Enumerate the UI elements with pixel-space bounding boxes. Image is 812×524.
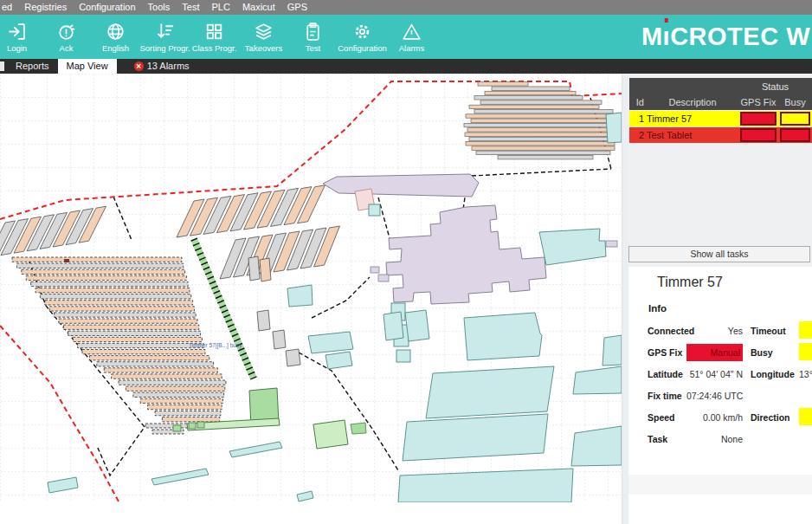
test-button[interactable]: Test [288, 21, 338, 53]
column-header-gps-fix[interactable]: GPS Fix [738, 95, 778, 110]
login-icon [6, 21, 28, 42]
longitude-value: 13° [798, 369, 812, 379]
logo-i-dot [665, 18, 669, 23]
busy-status-cell [780, 128, 810, 142]
row-id: 1 [629, 111, 647, 126]
column-header-busy[interactable]: Busy [778, 95, 812, 110]
menu-item-configuration[interactable]: Configuration [79, 0, 135, 15]
configuration-label: Configuration [338, 43, 387, 53]
sorting-programs-label: Sorting Progr. [139, 43, 190, 53]
timeout-status-box [799, 321, 812, 339]
language-button[interactable]: English [91, 21, 140, 53]
yard-map[interactable]: Timmer 57|[B...] busy [0, 74, 622, 502]
test-label: Test [306, 43, 320, 53]
field-row-latitude: Latitude 51° 04' 04" N Longitude 13° [628, 364, 812, 384]
row-description: Timmer 57 [647, 111, 738, 126]
grid-icon [203, 21, 225, 42]
table-row[interactable]: 1 Timmer 57 [629, 111, 812, 126]
field-row-connected: Connected Yes Timeout [628, 320, 812, 340]
field-row-task: Task None [628, 429, 812, 449]
task-value: None [686, 434, 743, 444]
takeovers-button[interactable]: Takeovers [239, 21, 288, 53]
map-view: Timmer 57|[B...] busy [0, 74, 622, 502]
ack-label: Ack [60, 43, 74, 53]
configuration-button[interactable]: Configuration [338, 21, 387, 53]
direction-status-box [799, 408, 812, 425]
field-row-gps-fix: GPS Fix Manual Busy [628, 342, 812, 362]
menu-item-ed[interactable]: ed [2, 0, 12, 15]
tab-alarms[interactable]: ✕ 13 Alarms [126, 59, 198, 74]
latitude-value: 51° 04' 04" N [686, 369, 743, 379]
table-group-header: Status [629, 78, 812, 95]
login-label: Login [7, 43, 27, 53]
ack-button[interactable]: Ack [42, 21, 91, 53]
gear-icon [351, 21, 373, 42]
menu-bar: ed Registries Configuration Tools Test P… [0, 0, 812, 15]
alarms-label: Alarms [399, 43, 425, 53]
globe-icon [105, 21, 126, 42]
info-section-label: Info [648, 303, 667, 314]
tab-reports[interactable]: Reports [7, 59, 58, 74]
column-header-description[interactable]: Description [647, 95, 738, 110]
tab-bar: Reports Map View ✕ 13 Alarms [0, 59, 812, 74]
device-table: Status Id Description GPS Fix Busy 1 Tim… [629, 78, 812, 143]
status-group-label: Status [738, 78, 812, 95]
class-programs-label: Class Progr. [192, 43, 237, 53]
class-programs-button[interactable]: Class Progr. [190, 21, 239, 53]
show-all-tasks-button[interactable]: Show all tasks [628, 246, 810, 262]
tab-map-view[interactable]: Map View [58, 59, 117, 74]
field-row-fix-time: Fix time 07:24:46 UTC [628, 385, 812, 405]
table-row[interactable]: 2 Test Tablet [629, 127, 812, 143]
takeovers-label: Takeovers [245, 43, 282, 53]
menu-item-tools[interactable]: Tools [148, 0, 171, 15]
menu-item-test[interactable]: Test [182, 0, 199, 15]
vehicle-map-label[interactable]: Timmer 57|[B...] busy [189, 342, 242, 349]
menu-item-gps[interactable]: GPS [287, 0, 307, 15]
sort-descending-icon [154, 21, 176, 42]
connected-value: Yes [686, 326, 743, 336]
menu-item-registries[interactable]: Registries [24, 0, 67, 15]
ack-icon [55, 21, 77, 42]
alarms-button[interactable]: Alarms [387, 21, 436, 53]
info-fields: Connected Yes Timeout GPS Fix Manual Bus… [628, 320, 812, 450]
device-detail-card: Timmer 57 Info Connected Yes Timeout GPS… [628, 267, 812, 524]
right-panel: Status Id Description GPS Fix Busy 1 Tim… [628, 74, 812, 524]
sorting-programs-button[interactable]: Sorting Progr. [140, 21, 190, 53]
fix-time-value: 07:24:46 UTC [686, 391, 743, 401]
gps-fix-status-cell [740, 112, 777, 126]
toolbar: Login Ack English Sorting Progr. Class P… [0, 15, 812, 59]
gps-fix-status-cell [740, 128, 777, 142]
application-window: ed Registries Configuration Tools Test P… [0, 0, 812, 524]
speed-value: 0.00 km/h [686, 412, 743, 423]
language-label: English [102, 43, 129, 53]
menu-item-plc[interactable]: PLC [211, 0, 229, 15]
row-description: Test Tablet [647, 127, 738, 143]
brand-logo: MıCROTEC W [641, 15, 812, 59]
row-id: 2 [629, 127, 647, 143]
menu-item-maxicut[interactable]: Maxicut [242, 0, 275, 15]
warning-triangle-icon [401, 21, 422, 42]
panel-divider [622, 74, 628, 524]
detail-title: Timmer 57 [657, 275, 723, 290]
field-row-speed: Speed 0.00 km/h Direction [628, 407, 812, 427]
clipped-tab-icon [0, 61, 4, 71]
gps-fix-value: Manual [686, 344, 743, 361]
clipboard-icon [302, 21, 324, 42]
busy-status-cell [780, 112, 810, 126]
busy-status-box [799, 343, 812, 360]
column-header-id[interactable]: Id [629, 95, 647, 110]
table-header-row: Id Description GPS Fix Busy [629, 95, 812, 110]
alarm-error-icon: ✕ [134, 61, 144, 71]
layers-icon [253, 21, 274, 42]
empty-row-band [628, 475, 812, 495]
login-button[interactable]: Login [0, 21, 42, 53]
